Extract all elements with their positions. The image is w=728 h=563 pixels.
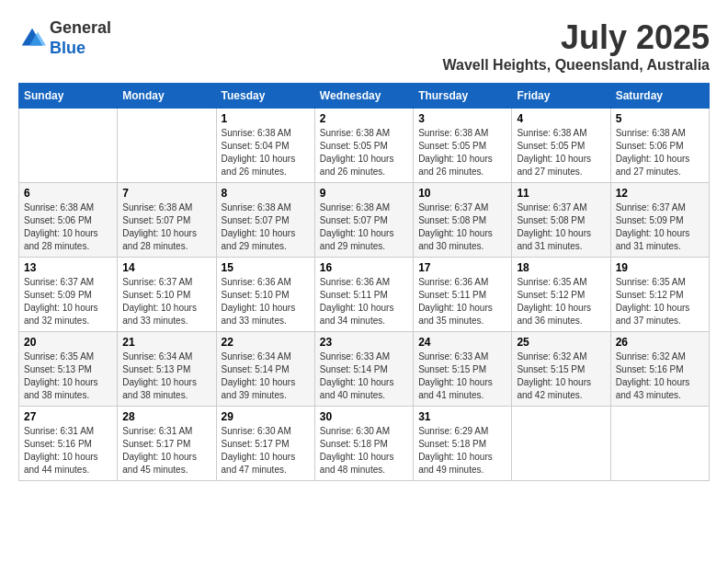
weekday-header-row: SundayMondayTuesdayWednesdayThursdayFrid… bbox=[19, 84, 710, 109]
calendar-cell: 7Sunrise: 6:38 AMSunset: 5:07 PMDaylight… bbox=[118, 183, 216, 258]
calendar-cell: 23Sunrise: 6:33 AMSunset: 5:14 PMDayligh… bbox=[314, 332, 413, 407]
calendar-cell: 11Sunrise: 6:37 AMSunset: 5:08 PMDayligh… bbox=[512, 183, 610, 258]
calendar-cell: 14Sunrise: 6:37 AMSunset: 5:10 PMDayligh… bbox=[118, 258, 216, 332]
cell-sun-info: Sunrise: 6:34 AMSunset: 5:14 PMDaylight:… bbox=[222, 350, 310, 402]
cell-sun-info: Sunrise: 6:37 AMSunset: 5:09 PMDaylight:… bbox=[616, 201, 704, 253]
cell-sun-info: Sunrise: 6:37 AMSunset: 5:10 PMDaylight:… bbox=[122, 276, 210, 327]
day-number: 27 bbox=[24, 410, 112, 423]
cell-sun-info: Sunrise: 6:38 AMSunset: 5:05 PMDaylight:… bbox=[418, 127, 506, 178]
title-area: July 2025 Wavell Heights, Queensland, Au… bbox=[443, 18, 710, 74]
cell-sun-info: Sunrise: 6:37 AMSunset: 5:08 PMDaylight:… bbox=[418, 201, 506, 253]
calendar-body: 1Sunrise: 6:38 AMSunset: 5:04 PMDaylight… bbox=[19, 109, 710, 481]
calendar-cell: 22Sunrise: 6:34 AMSunset: 5:14 PMDayligh… bbox=[216, 332, 314, 407]
cell-sun-info: Sunrise: 6:35 AMSunset: 5:13 PMDaylight:… bbox=[24, 350, 112, 402]
day-number: 30 bbox=[320, 410, 408, 423]
day-number: 10 bbox=[418, 187, 506, 200]
cell-sun-info: Sunrise: 6:36 AMSunset: 5:11 PMDaylight:… bbox=[320, 276, 408, 327]
day-number: 26 bbox=[616, 336, 704, 349]
day-number: 15 bbox=[222, 261, 310, 274]
cell-sun-info: Sunrise: 6:37 AMSunset: 5:08 PMDaylight:… bbox=[517, 201, 605, 253]
calendar-cell: 26Sunrise: 6:32 AMSunset: 5:16 PMDayligh… bbox=[610, 332, 709, 407]
calendar-cell: 16Sunrise: 6:36 AMSunset: 5:11 PMDayligh… bbox=[314, 258, 413, 332]
day-number: 5 bbox=[616, 112, 704, 125]
weekday-header-cell: Thursday bbox=[414, 84, 512, 109]
day-number: 1 bbox=[222, 112, 310, 125]
calendar-cell bbox=[118, 109, 216, 183]
weekday-header-cell: Sunday bbox=[19, 84, 118, 109]
header: General Blue July 2025 Wavell Heights, Q… bbox=[18, 18, 710, 74]
weekday-header-cell: Saturday bbox=[610, 84, 709, 109]
day-number: 29 bbox=[222, 410, 310, 423]
calendar-cell: 24Sunrise: 6:33 AMSunset: 5:15 PMDayligh… bbox=[414, 332, 512, 407]
calendar-cell: 4Sunrise: 6:38 AMSunset: 5:05 PMDaylight… bbox=[512, 109, 610, 183]
day-number: 22 bbox=[222, 336, 310, 349]
day-number: 4 bbox=[517, 112, 605, 125]
calendar-cell: 8Sunrise: 6:38 AMSunset: 5:07 PMDaylight… bbox=[216, 183, 314, 258]
logo-line2: Blue bbox=[50, 39, 111, 59]
cell-sun-info: Sunrise: 6:38 AMSunset: 5:05 PMDaylight:… bbox=[320, 127, 408, 178]
day-number: 28 bbox=[122, 410, 210, 423]
calendar-cell: 1Sunrise: 6:38 AMSunset: 5:04 PMDaylight… bbox=[216, 109, 314, 183]
calendar-cell: 21Sunrise: 6:34 AMSunset: 5:13 PMDayligh… bbox=[118, 332, 216, 407]
calendar-cell: 31Sunrise: 6:29 AMSunset: 5:18 PMDayligh… bbox=[414, 407, 512, 481]
day-number: 18 bbox=[517, 261, 605, 274]
weekday-header-cell: Tuesday bbox=[216, 84, 314, 109]
calendar-cell: 19Sunrise: 6:35 AMSunset: 5:12 PMDayligh… bbox=[610, 258, 709, 332]
cell-sun-info: Sunrise: 6:36 AMSunset: 5:11 PMDaylight:… bbox=[418, 276, 506, 327]
day-number: 16 bbox=[320, 261, 408, 274]
cell-sun-info: Sunrise: 6:33 AMSunset: 5:15 PMDaylight:… bbox=[418, 350, 506, 402]
cell-sun-info: Sunrise: 6:36 AMSunset: 5:10 PMDaylight:… bbox=[222, 276, 310, 327]
weekday-header-cell: Friday bbox=[512, 84, 610, 109]
calendar-cell: 18Sunrise: 6:35 AMSunset: 5:12 PMDayligh… bbox=[512, 258, 610, 332]
day-number: 14 bbox=[122, 261, 210, 274]
cell-sun-info: Sunrise: 6:31 AMSunset: 5:17 PMDaylight:… bbox=[122, 425, 210, 477]
cell-sun-info: Sunrise: 6:38 AMSunset: 5:07 PMDaylight:… bbox=[122, 201, 210, 253]
weekday-header-cell: Monday bbox=[118, 84, 216, 109]
cell-sun-info: Sunrise: 6:35 AMSunset: 5:12 PMDaylight:… bbox=[517, 276, 605, 327]
cell-sun-info: Sunrise: 6:32 AMSunset: 5:15 PMDaylight:… bbox=[517, 350, 605, 402]
calendar-cell bbox=[512, 407, 610, 481]
calendar-cell: 5Sunrise: 6:38 AMSunset: 5:06 PMDaylight… bbox=[610, 109, 709, 183]
cell-sun-info: Sunrise: 6:30 AMSunset: 5:17 PMDaylight:… bbox=[222, 425, 310, 477]
day-number: 9 bbox=[320, 187, 408, 200]
cell-sun-info: Sunrise: 6:38 AMSunset: 5:07 PMDaylight:… bbox=[222, 201, 310, 253]
calendar-cell: 15Sunrise: 6:36 AMSunset: 5:10 PMDayligh… bbox=[216, 258, 314, 332]
calendar-cell: 6Sunrise: 6:38 AMSunset: 5:06 PMDaylight… bbox=[19, 183, 118, 258]
day-number: 20 bbox=[24, 336, 112, 349]
calendar-table: SundayMondayTuesdayWednesdayThursdayFrid… bbox=[18, 83, 710, 481]
day-number: 19 bbox=[616, 261, 704, 274]
calendar-week-row: 27Sunrise: 6:31 AMSunset: 5:16 PMDayligh… bbox=[19, 407, 710, 481]
calendar-week-row: 6Sunrise: 6:38 AMSunset: 5:06 PMDaylight… bbox=[19, 183, 710, 258]
logo: General Blue bbox=[18, 18, 111, 58]
calendar-cell: 3Sunrise: 6:38 AMSunset: 5:05 PMDaylight… bbox=[414, 109, 512, 183]
day-number: 3 bbox=[418, 112, 506, 125]
cell-sun-info: Sunrise: 6:38 AMSunset: 5:06 PMDaylight:… bbox=[616, 127, 704, 178]
calendar-cell: 29Sunrise: 6:30 AMSunset: 5:17 PMDayligh… bbox=[216, 407, 314, 481]
location-title: Wavell Heights, Queensland, Australia bbox=[443, 57, 710, 74]
logo-line1: General bbox=[50, 18, 111, 39]
calendar-cell: 13Sunrise: 6:37 AMSunset: 5:09 PMDayligh… bbox=[19, 258, 118, 332]
day-number: 11 bbox=[517, 187, 605, 200]
day-number: 12 bbox=[616, 187, 704, 200]
calendar-header: SundayMondayTuesdayWednesdayThursdayFrid… bbox=[19, 84, 710, 109]
cell-sun-info: Sunrise: 6:38 AMSunset: 5:04 PMDaylight:… bbox=[222, 127, 310, 178]
cell-sun-info: Sunrise: 6:34 AMSunset: 5:13 PMDaylight:… bbox=[122, 350, 210, 402]
day-number: 25 bbox=[517, 336, 605, 349]
cell-sun-info: Sunrise: 6:37 AMSunset: 5:09 PMDaylight:… bbox=[24, 276, 112, 327]
logo-icon bbox=[18, 25, 46, 52]
cell-sun-info: Sunrise: 6:32 AMSunset: 5:16 PMDaylight:… bbox=[616, 350, 704, 402]
calendar-cell: 25Sunrise: 6:32 AMSunset: 5:15 PMDayligh… bbox=[512, 332, 610, 407]
calendar-cell bbox=[610, 407, 709, 481]
calendar-cell: 17Sunrise: 6:36 AMSunset: 5:11 PMDayligh… bbox=[414, 258, 512, 332]
calendar-cell: 9Sunrise: 6:38 AMSunset: 5:07 PMDaylight… bbox=[314, 183, 413, 258]
day-number: 6 bbox=[24, 187, 112, 200]
calendar-cell: 20Sunrise: 6:35 AMSunset: 5:13 PMDayligh… bbox=[19, 332, 118, 407]
cell-sun-info: Sunrise: 6:29 AMSunset: 5:18 PMDaylight:… bbox=[418, 425, 506, 477]
calendar-week-row: 20Sunrise: 6:35 AMSunset: 5:13 PMDayligh… bbox=[19, 332, 710, 407]
calendar-cell: 2Sunrise: 6:38 AMSunset: 5:05 PMDaylight… bbox=[314, 109, 413, 183]
day-number: 21 bbox=[122, 336, 210, 349]
cell-sun-info: Sunrise: 6:33 AMSunset: 5:14 PMDaylight:… bbox=[320, 350, 408, 402]
calendar-cell: 27Sunrise: 6:31 AMSunset: 5:16 PMDayligh… bbox=[19, 407, 118, 481]
day-number: 23 bbox=[320, 336, 408, 349]
cell-sun-info: Sunrise: 6:30 AMSunset: 5:18 PMDaylight:… bbox=[320, 425, 408, 477]
